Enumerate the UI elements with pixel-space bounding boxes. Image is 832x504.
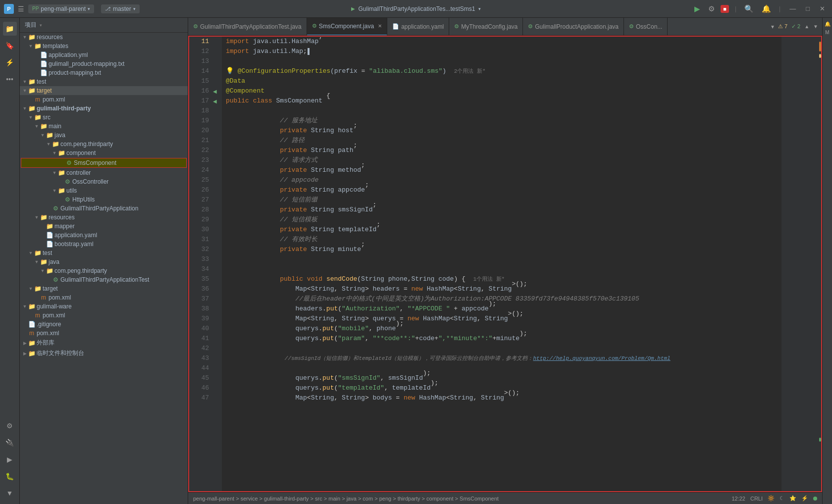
tree-item-pom-root[interactable]: m pom.xml xyxy=(20,329,188,338)
tree-item-external-libs[interactable]: ▶ 📁 外部库 xyxy=(20,338,188,348)
run-tool-icon[interactable]: ▶ xyxy=(3,453,17,466)
tree-item-java[interactable]: ▼ 📁 java xyxy=(20,131,188,140)
tree-item-app-yaml[interactable]: 📄 application.yaml xyxy=(20,231,188,240)
stop-button[interactable]: ■ xyxy=(721,5,729,13)
code-line-20: private String host; xyxy=(226,126,778,136)
gutter-marker-17: ◀ xyxy=(213,99,217,104)
tree-item-sms-component[interactable]: ⚙ SmsComponent xyxy=(21,158,187,168)
colorscheme-icon[interactable]: 🔆 xyxy=(768,495,775,502)
tree-item-component-folder[interactable]: ▼ 📁 component xyxy=(20,149,188,157)
tree-item-scratch[interactable]: ▶ 📁 临时文件和控制台 xyxy=(20,348,188,358)
code-content[interactable]: import java.util.HashMap; import java.ut… xyxy=(222,37,781,491)
arrow-icon: ▼ xyxy=(40,133,46,138)
arrow-icon: ▼ xyxy=(22,35,28,40)
tree-item-http-utils[interactable]: ⚙ HttpUtils xyxy=(20,195,188,204)
minimap xyxy=(781,37,821,491)
run-button[interactable]: ▶ xyxy=(692,3,702,14)
component-icon: ⚙ xyxy=(63,178,71,185)
tree-item-gulimall-app[interactable]: ⚙ GulimallThirdPartyApplication xyxy=(20,204,188,213)
tree-item-pom-ware[interactable]: m pom.xml xyxy=(20,311,188,320)
tree-item-oss-controller[interactable]: ⚙ OssController xyxy=(20,177,188,186)
notification-icon[interactable]: ⚡ xyxy=(801,495,808,502)
tree-item-pom-top[interactable]: m pom.xml xyxy=(20,95,188,104)
tree-label: java xyxy=(49,258,59,265)
notifications-right-icon[interactable]: 🔔 xyxy=(825,20,831,28)
code-editor[interactable]: 11 12 13 14 15 16 17 18 19 20 21 22 23 2… xyxy=(188,36,822,492)
tab-gulimall-test[interactable]: ⚙ GulimallThirdPartyApplicationTest.java xyxy=(188,18,307,36)
tree-item-src[interactable]: ▼ 📁 src xyxy=(20,113,188,122)
tree-item-gulimall-third[interactable]: ▼ 📁 gulimall-third-party xyxy=(20,104,188,113)
tab-label: MyThreadConfig.java xyxy=(461,23,518,30)
tree-item-com-peng2[interactable]: ▼ 📁 com.peng.thirdparty xyxy=(20,266,188,275)
tree-label: GulimallThirdPartyApplication xyxy=(60,205,138,212)
tree-item-gitignore[interactable]: 📄 .gitignore xyxy=(20,320,188,329)
code-line-47: Map<String, String> bodys = new HashMap<… xyxy=(226,393,778,403)
txt-file-icon: 📄 xyxy=(40,69,48,76)
tree-item-java2[interactable]: ▼ 📁 java xyxy=(20,257,188,266)
tree-item-gulimall-ware[interactable]: ▼ 📁 gulimall-ware xyxy=(20,302,188,311)
more-tools-icon[interactable]: ••• xyxy=(3,72,17,86)
tree-item-resources[interactable]: ▼ 📁 resources xyxy=(20,33,188,42)
build-button[interactable]: ⚙ xyxy=(706,3,717,14)
folder-icon: 📁 xyxy=(34,250,42,256)
arrow-icon xyxy=(46,277,52,282)
settings-icon[interactable]: ⚙ xyxy=(3,419,17,433)
code-line-17: public class SmsComponent { xyxy=(226,96,778,106)
tab-application-yaml[interactable]: 📄 application.yaml xyxy=(387,18,449,36)
bookmarks-icon[interactable]: 🔖 xyxy=(3,39,17,52)
tab-gulimall-product[interactable]: ⚙ GulimallProductApplication.java xyxy=(523,18,624,36)
down-icon[interactable]: ▼ xyxy=(813,24,818,29)
tree-label: com.peng.thirdparty xyxy=(54,267,107,274)
tree-item-gulimall-test[interactable]: ⚙ GulimallThirdPartyApplicationTest xyxy=(20,275,188,284)
up-icon[interactable]: ▲ xyxy=(804,24,809,29)
close-button[interactable]: ✕ xyxy=(817,4,828,13)
tab-overflow[interactable]: ▾ ⚠ 7 ✓ 2 ▲ ▼ xyxy=(767,23,822,30)
tree-item-product-mapping[interactable]: 📄 gulimall_product-mapping.txt xyxy=(20,59,188,68)
indent-icon[interactable]: ⭐ xyxy=(789,495,796,502)
tab-label: GulimallThirdPartyApplicationTest.java xyxy=(200,23,302,30)
tree-item-templates[interactable]: ▼ 📁 templates xyxy=(20,42,188,50)
titlebar-controls: ▶ ⚙ ■ | 🔍 🔔 | — □ ✕ xyxy=(692,3,828,14)
code-line-19: // 服务地址 xyxy=(226,116,778,126)
project-name: peng-mall-parent xyxy=(41,5,86,12)
terminal-icon[interactable]: ▼ xyxy=(3,486,17,500)
branch-selector[interactable]: ⎇ master ▾ xyxy=(101,4,140,13)
tab-sms-component[interactable]: ⚙ SmsComponent.java ✕ xyxy=(307,18,387,36)
tree-item-target2[interactable]: ▼ 📁 target xyxy=(20,284,188,293)
hamburger-icon[interactable]: ☰ xyxy=(18,5,24,13)
tree-item-controller[interactable]: ▼ 📁 controller xyxy=(20,168,188,177)
tree-label: pom.xml xyxy=(49,294,71,301)
tree-item-resources2[interactable]: ▼ 📁 resources xyxy=(20,213,188,222)
tree-item-main[interactable]: ▼ 📁 main xyxy=(20,122,188,131)
tab-close-icon[interactable]: ✕ xyxy=(378,23,382,29)
tree-item-product-mapping2[interactable]: 📄 product-mapping.txt xyxy=(20,68,188,77)
maximize-button[interactable]: □ xyxy=(803,4,813,13)
structure-icon[interactable]: ⚡ xyxy=(3,55,17,69)
debug-tool-icon[interactable]: 🐛 xyxy=(3,469,17,483)
tree-item-bootstrap-yaml[interactable]: 📄 bootstrap.yaml xyxy=(20,240,188,249)
tree-item-utils[interactable]: ▼ 📁 utils xyxy=(20,186,188,195)
search-everywhere-button[interactable]: 🔍 xyxy=(742,3,756,14)
tree-item-pom2[interactable]: m pom.xml xyxy=(20,293,188,302)
notifications-button[interactable]: 🔔 xyxy=(760,3,773,14)
bookmark-right-icon[interactable]: M xyxy=(825,28,829,37)
nightmode-icon[interactable]: ☾ xyxy=(780,495,784,502)
tab-oss-con[interactable]: ⚙ OssCon... xyxy=(624,18,668,36)
tree-item-test[interactable]: ▼ 📁 test xyxy=(20,77,188,86)
tree-item-target[interactable]: ▼ 📁 target xyxy=(20,86,188,95)
tree-label: component xyxy=(66,150,96,156)
scroll-marker-ok xyxy=(819,438,821,442)
tree-label: product-mapping.txt xyxy=(49,69,101,76)
tab-mythread-config[interactable]: ⚙ MyThreadConfig.java xyxy=(449,18,523,36)
plugins-icon[interactable]: 🔌 xyxy=(3,436,17,450)
folder-icon: 📁 xyxy=(57,169,65,176)
project-view-icon[interactable]: 📁 xyxy=(3,22,17,36)
tree-item-com-peng[interactable]: ▼ 📁 com.peng.thirdparty xyxy=(20,140,188,149)
project-selector[interactable]: PP peng-mall-parent ▾ xyxy=(28,4,94,13)
folder-icon: 📁 xyxy=(34,114,42,121)
tree-item-mapper[interactable]: 📁 mapper xyxy=(20,222,188,231)
minimize-button[interactable]: — xyxy=(786,4,799,13)
tree-item-test2[interactable]: ▼ 📁 test xyxy=(20,249,188,257)
arrow-icon: ▶ xyxy=(22,341,28,346)
tree-item-application-yml[interactable]: 📄 application.yml xyxy=(20,50,188,59)
